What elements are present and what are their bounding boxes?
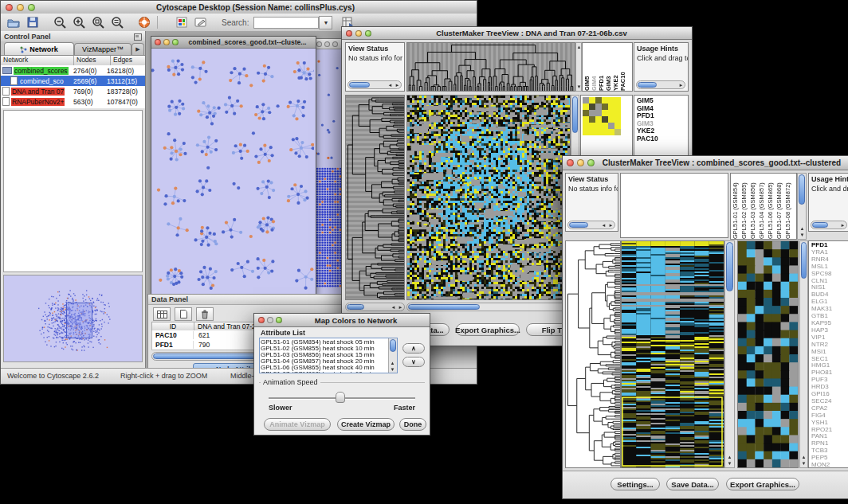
attribute-item[interactable]: GPL51-04 (GSM857) heat shock 20 min (261, 358, 387, 365)
scroll-up-arrow[interactable]: ▲ (726, 455, 733, 459)
close-icon[interactable] (258, 317, 265, 323)
tv1-left-hscrollbar[interactable]: ◄ ► (345, 303, 405, 311)
column-label[interactable]: YKE2 (612, 43, 619, 91)
minimize-icon[interactable] (267, 317, 273, 323)
column-label[interactable]: GIM3 (605, 43, 612, 91)
tv2-row-dendrogram[interactable] (565, 240, 621, 468)
network-table-row[interactable]: DNA and Tran 07769(0)183728(0) (1, 86, 145, 96)
column-label[interactable]: PFD1 (598, 43, 605, 91)
row-label[interactable]: PAC10 (637, 135, 688, 143)
zoom-window-icon[interactable] (172, 39, 179, 45)
treeview2-title-bar[interactable]: ClusterMaker TreeView : combined_scores_… (563, 156, 848, 170)
open-file-icon[interactable] (5, 15, 22, 30)
column-label[interactable]: GIM5 (583, 43, 591, 91)
minimize-icon[interactable] (324, 41, 330, 47)
tv1-column-dendrogram[interactable] (406, 42, 575, 92)
attribute-item[interactable]: GPL51-03 (GSM856) heat shock 15 min (261, 352, 387, 358)
scroll-up-arrow[interactable]: ▲ (799, 226, 806, 231)
scroll-down-arrow[interactable]: ▼ (726, 461, 733, 466)
close-icon[interactable] (6, 4, 13, 11)
gene-label[interactable]: MON2 (811, 462, 848, 468)
tv2-gene-scroll-thumb[interactable] (801, 242, 807, 279)
column-label[interactable]: GPL51-08 (GSM872) (784, 174, 793, 239)
tab-vizmapper[interactable]: VizMapper™ (74, 43, 132, 55)
network-overview-canvas[interactable] (4, 275, 142, 361)
tv1-export-graphics-button[interactable]: Export Graphics... (456, 323, 520, 336)
tab-network[interactable]: Network (4, 42, 74, 55)
tv1-column-dendrogram-canvas[interactable] (407, 43, 575, 91)
col-network[interactable]: Network (1, 56, 74, 65)
move-attribute-down-button[interactable]: ∨ (402, 357, 425, 367)
zoom-in-icon[interactable] (70, 15, 88, 30)
vizmapper-icon[interactable] (173, 15, 190, 30)
network-window-1-title-bar[interactable]: combined_scores_good.txt--cluste... (151, 37, 316, 49)
close-icon[interactable] (346, 30, 352, 37)
minimize-icon[interactable] (17, 4, 24, 11)
scroll-right-arrow[interactable]: ► (607, 223, 614, 228)
network-table-row[interactable]: combined_scores2764(0)16218(0) (1, 65, 145, 76)
scroll-down-arrow[interactable]: ▼ (389, 367, 396, 372)
column-label[interactable]: GPL51-07 (GSM868) (775, 174, 784, 239)
attribute-item[interactable]: GPL51-06 (GSM865) heat shock 40 min (261, 365, 387, 371)
treeview1-title-bar[interactable]: ClusterMaker TreeView : DNA and Tran 07-… (342, 27, 692, 40)
zoom-selected-icon[interactable] (89, 15, 107, 30)
delete-attribute-trash-icon[interactable] (196, 307, 214, 321)
zoom-fit-icon[interactable] (108, 15, 126, 30)
scroll-down-arrow[interactable]: ▼ (799, 232, 806, 237)
network-table-row[interactable]: combined_sco2569(6)13112(15) (1, 76, 145, 86)
tv1-zoom-matrix[interactable] (583, 97, 621, 135)
close-icon[interactable] (155, 39, 161, 45)
scroll-right-arrow[interactable]: ► (397, 305, 404, 310)
zoom-window-icon[interactable] (332, 41, 338, 47)
attribute-item[interactable]: GPL51-02 (GSM855) heat shock 10 min (261, 346, 387, 352)
network-overview-panel[interactable] (3, 275, 143, 362)
minimize-icon[interactable] (163, 39, 170, 45)
minimize-icon[interactable] (355, 30, 362, 37)
tv1-status-scroll-thumb[interactable] (349, 82, 370, 88)
annotation-icon[interactable] (192, 15, 210, 30)
column-label[interactable]: GPL51-02 (GSM855) (740, 174, 749, 239)
tv1-hints-scrollbar[interactable]: ► (636, 80, 685, 89)
main-title-bar[interactable]: Cytoscape Desktop (Session Name: collins… (1, 1, 477, 14)
scroll-right-arrow[interactable]: ► (677, 83, 685, 88)
tv2-hints-scroll-thumb[interactable] (812, 222, 828, 228)
scroll-down-arrow[interactable]: ▼ (800, 461, 807, 466)
tv1-heatmap-vscroll-thumb[interactable] (572, 96, 578, 133)
tv2-gene-scrollbar[interactable]: ▲ ▼ (799, 240, 808, 468)
tv2-save-data-button[interactable]: Save Data... (666, 478, 719, 490)
tv1-status-scrollbar[interactable]: ◄ ► (347, 80, 402, 89)
column-label[interactable]: GIM4 (591, 43, 598, 91)
scroll-right-arrow[interactable]: ► (839, 223, 846, 228)
scroll-left-arrow[interactable]: ◄ (390, 305, 397, 310)
column-label[interactable]: GPL51-01 (GSM854) (732, 174, 740, 239)
tv1-heatmap-hscroll-thumb[interactable] (408, 304, 480, 310)
network-table-row[interactable]: RNAPuberNov2+563(0)107847(0) (1, 96, 145, 107)
tv1-heatmap-hscrollbar[interactable] (406, 303, 579, 311)
column-label[interactable]: PAC10 (619, 43, 626, 91)
scroll-left-arrow[interactable]: ◄ (387, 83, 394, 88)
tv1-heatmap[interactable] (406, 95, 571, 300)
zoom-window-icon[interactable] (587, 159, 595, 166)
network-view-canvas[interactable] (151, 49, 314, 294)
minimize-icon[interactable] (577, 159, 584, 166)
search-dropdown-arrow[interactable]: ▼ (319, 16, 332, 29)
tv2-column-labels-scrollbar[interactable]: ▲ ▼ (797, 173, 807, 240)
column-label[interactable]: GPL51-06 (GSM865) (767, 174, 775, 239)
tv1-dendro-scroll-strip[interactable]: ▲ ▼ (575, 42, 582, 92)
attribute-item[interactable]: GPL51-01 (GSM854) heat shock 05 min (261, 339, 387, 346)
tv2-status-scrollbar[interactable]: ◄ ► (567, 221, 615, 229)
scroll-up-arrow[interactable]: ▲ (800, 455, 807, 459)
speed-slider-thumb[interactable] (336, 392, 345, 403)
tv2-row-dendrogram-canvas[interactable] (566, 241, 620, 467)
tab-overflow-arrow[interactable]: ▶ (132, 43, 144, 55)
zoom-window-icon[interactable] (365, 30, 371, 37)
tv2-zoom-canvas[interactable] (738, 241, 798, 467)
col-edges[interactable]: Edges (111, 56, 145, 65)
scroll-up-arrow[interactable]: ▲ (389, 361, 396, 365)
attribute-item[interactable]: GPL51-07 (GSM868) heat shock 60 min (261, 371, 387, 373)
tv1-row-dendrogram[interactable] (345, 95, 405, 300)
scroll-left-arrow[interactable]: ◄ (600, 223, 607, 228)
attribute-list-scroll-thumb[interactable] (390, 339, 396, 352)
attribute-list-vscrollbar[interactable]: ▲ ▼ (388, 338, 397, 373)
tv1-hints-scroll-thumb[interactable] (638, 82, 657, 88)
